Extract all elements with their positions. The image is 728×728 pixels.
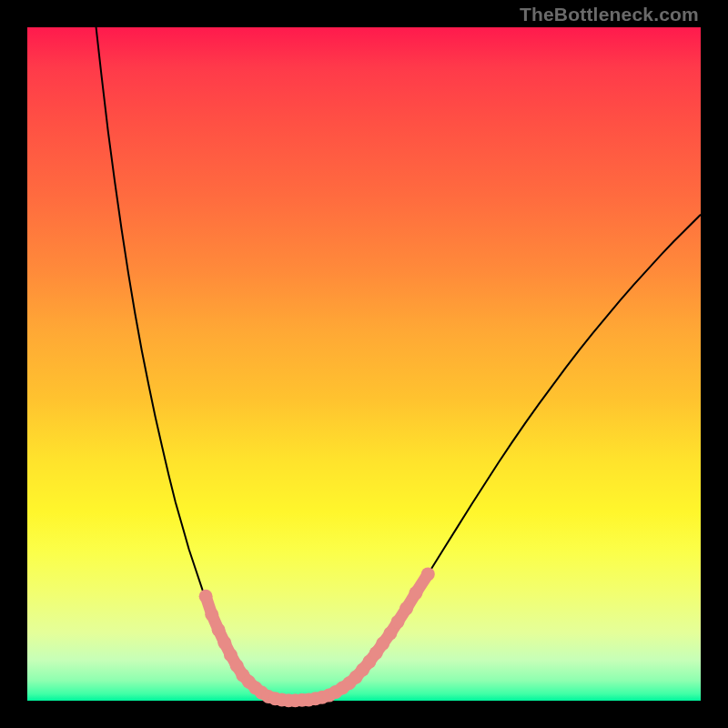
curve-left [96, 21, 290, 701]
marker-dot [399, 602, 413, 615]
watermark-text: TheBottleneck.com [520, 4, 699, 25]
marker-dot [391, 615, 405, 629]
marker-dot [409, 586, 422, 600]
marker-dot [383, 627, 397, 641]
plot-area [27, 27, 701, 701]
marker-dot [205, 608, 218, 622]
marker-dot [421, 567, 435, 581]
marker-dot [217, 636, 231, 650]
marker-dot [199, 590, 213, 603]
curve-right [290, 215, 701, 701]
marker-dot [212, 623, 226, 637]
curve-svg [27, 27, 701, 701]
chart-frame: TheBottleneck.com [0, 0, 728, 728]
marker-group [199, 567, 435, 707]
